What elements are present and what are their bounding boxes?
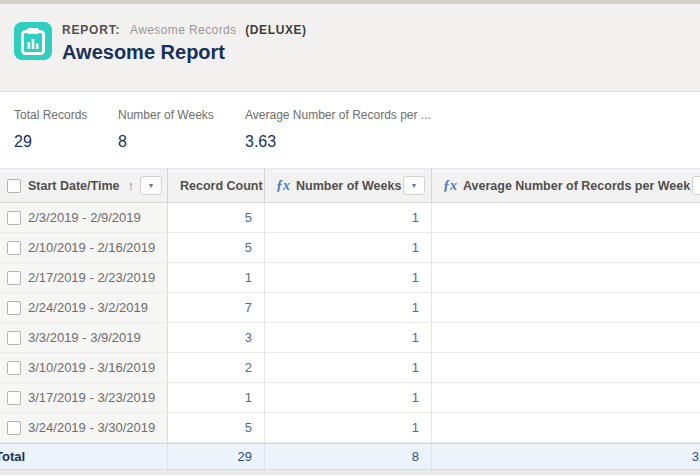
average-cell — [432, 323, 700, 352]
metric-value: 3.63 — [245, 133, 431, 151]
page-title: Awesome Report — [62, 41, 307, 64]
average-cell — [432, 383, 700, 412]
report-edition-badge: (DELUXE) — [245, 23, 306, 37]
chevron-down-icon: ▼ — [148, 182, 155, 189]
total-label: Total — [0, 449, 25, 464]
record-count-cell[interactable]: 3 — [168, 323, 265, 352]
metric-value: 8 — [118, 133, 245, 151]
group-date-range: 2/10/2019 - 2/16/2019 — [28, 240, 155, 255]
average-cell — [432, 263, 700, 292]
weeks-cell: 1 — [265, 203, 432, 232]
table-row: 3/10/2019 - 3/16/2019 2 1 — [0, 353, 700, 383]
group-cell: 3/24/2019 - 3/30/2019 — [0, 413, 168, 442]
report-table: Start Date/Time ↑ ▼ Record Count ƒx Numb… — [0, 169, 700, 475]
record-count-cell[interactable]: 5 — [168, 413, 265, 442]
column-menu-button[interactable]: ▼ — [403, 176, 425, 195]
row-checkbox[interactable] — [7, 301, 21, 315]
weeks-cell: 1 — [265, 413, 432, 442]
weeks-cell: 1 — [265, 293, 432, 322]
total-label-cell: Total — [0, 444, 168, 469]
summary-metrics: Total Records 29 Number of Weeks 8 Avera… — [0, 92, 700, 169]
table-row: 2/17/2019 - 2/23/2019 1 1 — [0, 263, 700, 293]
weeks-cell: 1 — [265, 383, 432, 412]
group-cell: 3/10/2019 - 3/16/2019 — [0, 353, 168, 382]
column-menu-button[interactable]: ▼ — [140, 176, 162, 195]
record-count-cell[interactable]: 2 — [168, 353, 265, 382]
column-label: Average Number of Records per Week — [463, 179, 690, 193]
weeks-cell: 1 — [265, 323, 432, 352]
record-count-cell[interactable]: 1 — [168, 263, 265, 292]
metric-total-records: Total Records 29 — [14, 108, 118, 168]
report-label: REPORT: — [62, 23, 120, 37]
group-date-range: 2/17/2019 - 2/23/2019 — [28, 270, 155, 285]
table-row: 2/10/2019 - 2/16/2019 5 1 — [0, 233, 700, 263]
group-cell: 3/17/2019 - 3/23/2019 — [0, 383, 168, 412]
select-all-checkbox[interactable] — [7, 179, 21, 193]
column-header-record-count[interactable]: Record Count — [168, 169, 265, 202]
table-row: 3/24/2019 - 3/30/2019 5 1 — [0, 413, 700, 443]
row-checkbox[interactable] — [7, 271, 21, 285]
column-label: Record Count — [180, 179, 263, 193]
column-header-average-records-per-week[interactable]: ƒx Average Number of Records per Week ▼ — [432, 169, 700, 202]
record-count-cell[interactable]: 5 — [168, 203, 265, 232]
group-date-range: 3/24/2019 - 3/30/2019 — [28, 420, 155, 435]
row-checkbox[interactable] — [7, 421, 21, 435]
group-cell: 2/10/2019 - 2/16/2019 — [0, 233, 168, 262]
table-row: 2/24/2019 - 3/2/2019 7 1 — [0, 293, 700, 323]
table-header-row: Start Date/Time ↑ ▼ Record Count ƒx Numb… — [0, 169, 700, 203]
group-date-range: 3/3/2019 - 3/9/2019 — [28, 330, 141, 345]
chevron-down-icon: ▼ — [411, 182, 418, 189]
metric-average-records-per-week: Average Number of Records per ... 3.63 — [245, 108, 431, 168]
report-header: REPORT: Awesome Records (DELUXE) Awesome… — [0, 4, 700, 92]
group-cell: 2/24/2019 - 3/2/2019 — [0, 293, 168, 322]
breadcrumb: REPORT: Awesome Records (DELUXE) — [62, 23, 307, 38]
group-cell: 2/17/2019 - 2/23/2019 — [0, 263, 168, 292]
metric-value: 29 — [14, 133, 118, 151]
formula-icon: ƒx — [443, 178, 457, 194]
table-total-row: Total 29 8 3.63 — [0, 443, 700, 469]
average-cell — [432, 353, 700, 382]
group-cell: 3/3/2019 - 3/9/2019 — [0, 323, 168, 352]
row-checkbox[interactable] — [7, 391, 21, 405]
total-average: 3.63 — [692, 449, 700, 464]
record-count-cell[interactable]: 5 — [168, 233, 265, 262]
metric-label: Total Records — [14, 108, 118, 122]
weeks-cell: 1 — [265, 233, 432, 262]
horizontal-scrollbar-track[interactable] — [0, 469, 700, 475]
formula-icon: ƒx — [276, 178, 290, 194]
record-count-cell[interactable]: 1 — [168, 383, 265, 412]
total-average-cell: 3.63 — [432, 444, 700, 469]
table-row: 3/3/2019 - 3/9/2019 3 1 — [0, 323, 700, 353]
metric-label: Number of Weeks — [118, 108, 245, 122]
column-header-start-date[interactable]: Start Date/Time ↑ ▼ — [0, 169, 168, 202]
column-label: Start Date/Time — [28, 179, 119, 193]
report-source-name: Awesome Records — [130, 23, 237, 37]
column-label: Number of Weeks — [296, 179, 401, 193]
record-count-cell[interactable]: 7 — [168, 293, 265, 322]
group-cell: 2/3/2019 - 2/9/2019 — [0, 203, 168, 232]
row-checkbox[interactable] — [7, 211, 21, 225]
sort-ascending-icon: ↑ — [127, 178, 134, 193]
weeks-cell: 1 — [265, 353, 432, 382]
table-row: 3/17/2019 - 3/23/2019 1 1 — [0, 383, 700, 413]
average-cell — [432, 413, 700, 442]
column-header-number-of-weeks[interactable]: ƒx Number of Weeks ▼ — [265, 169, 432, 202]
metric-number-of-weeks: Number of Weeks 8 — [118, 108, 245, 168]
row-checkbox[interactable] — [7, 361, 21, 375]
report-icon — [14, 22, 52, 60]
group-date-range: 3/10/2019 - 3/16/2019 — [28, 360, 155, 375]
average-cell — [432, 233, 700, 262]
average-cell — [432, 203, 700, 232]
weeks-cell: 1 — [265, 263, 432, 292]
total-weeks: 8 — [265, 444, 432, 469]
table-row: 2/3/2019 - 2/9/2019 5 1 — [0, 203, 700, 233]
group-date-range: 2/24/2019 - 3/2/2019 — [28, 300, 148, 315]
group-date-range: 2/3/2019 - 2/9/2019 — [28, 210, 141, 225]
metric-label: Average Number of Records per ... — [245, 108, 431, 122]
row-checkbox[interactable] — [7, 331, 21, 345]
row-checkbox[interactable] — [7, 241, 21, 255]
column-menu-button[interactable]: ▼ — [692, 176, 700, 195]
average-cell — [432, 293, 700, 322]
group-date-range: 3/17/2019 - 3/23/2019 — [28, 390, 155, 405]
total-record-count: 29 — [168, 444, 265, 469]
